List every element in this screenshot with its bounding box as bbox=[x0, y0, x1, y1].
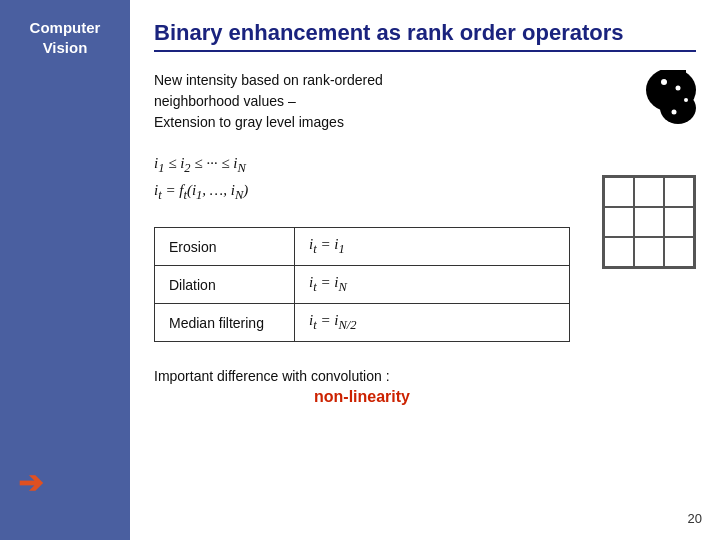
page-title: Binary enhancement as rank order operato… bbox=[154, 20, 696, 52]
grid-cell bbox=[604, 177, 634, 207]
table-row: Erosion it = i1 bbox=[155, 228, 570, 266]
table-row: Median filtering it = iN/2 bbox=[155, 304, 570, 342]
formula-2: it = ft(i1, …, iN) bbox=[154, 182, 570, 203]
svg-point-6 bbox=[672, 110, 677, 115]
arrow-icon: ➔ bbox=[18, 465, 43, 500]
sidebar: ComputerVision ➔ bbox=[0, 0, 130, 540]
dilation-label: Dilation bbox=[155, 266, 295, 304]
structuring-element-grid bbox=[602, 175, 696, 269]
svg-point-5 bbox=[684, 98, 688, 102]
left-content: New intensity based on rank-ordered neig… bbox=[154, 70, 570, 524]
nonlinearity-text: non-linearity bbox=[154, 388, 570, 406]
page-number: 20 bbox=[688, 511, 702, 526]
important-text: Important difference with convolution : bbox=[154, 368, 570, 384]
bottom-section: Important difference with convolution : … bbox=[154, 368, 570, 406]
binary-image bbox=[606, 70, 696, 145]
table-row: Dilation it = iN bbox=[155, 266, 570, 304]
formula-block: i1 ≤ i2 ≤ ··· ≤ iN it = ft(i1, …, iN) bbox=[154, 155, 570, 203]
svg-point-4 bbox=[676, 86, 681, 91]
grid-cell bbox=[604, 207, 634, 237]
content-area: New intensity based on rank-ordered neig… bbox=[154, 70, 696, 524]
grid-cell bbox=[664, 207, 694, 237]
operators-table: Erosion it = i1 Dilation it = iN Median … bbox=[154, 227, 570, 342]
formula-1: i1 ≤ i2 ≤ ··· ≤ iN bbox=[154, 155, 570, 176]
erosion-label: Erosion bbox=[155, 228, 295, 266]
grid-cell bbox=[604, 237, 634, 267]
description: New intensity based on rank-ordered neig… bbox=[154, 70, 570, 133]
grid-cell bbox=[634, 237, 664, 267]
dilation-formula: it = iN bbox=[295, 266, 570, 304]
median-label: Median filtering bbox=[155, 304, 295, 342]
sidebar-title: ComputerVision bbox=[30, 18, 101, 57]
grid-cell bbox=[664, 237, 694, 267]
svg-rect-8 bbox=[666, 70, 686, 80]
grid-cell bbox=[664, 177, 694, 207]
erosion-formula: it = i1 bbox=[295, 228, 570, 266]
grid-cell bbox=[634, 177, 664, 207]
median-formula: it = iN/2 bbox=[295, 304, 570, 342]
grid-cell bbox=[634, 207, 664, 237]
right-visuals bbox=[586, 70, 696, 524]
svg-rect-7 bbox=[656, 75, 661, 79]
main-content: Binary enhancement as rank order operato… bbox=[130, 0, 720, 540]
svg-point-2 bbox=[660, 92, 696, 124]
